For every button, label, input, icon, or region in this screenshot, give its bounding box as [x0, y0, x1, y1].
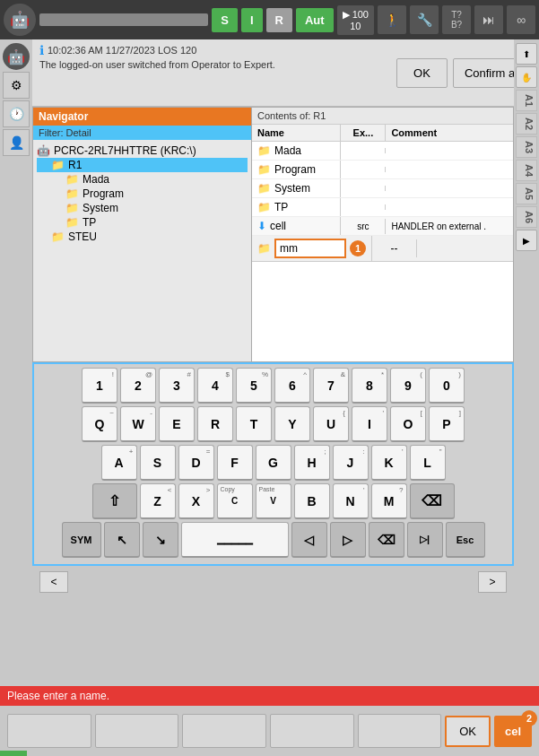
key-space[interactable]: ▁▁▁▁▁ [181, 522, 289, 558]
tree-item-steu[interactable]: 📁 STEU [37, 230, 248, 244]
tool-icon-btn[interactable]: 🔧 [410, 5, 439, 34]
key-row-zxcv: ⇧ <Z >X CopyC PasteV B 'N ?M ⌫ [38, 483, 509, 519]
cell-name-system[interactable]: 📁 System [252, 179, 341, 197]
sidebar-label-a1[interactable]: A1 [516, 90, 537, 111]
key-x[interactable]: >X [178, 483, 214, 519]
tree-item-program[interactable]: 📁 Program [37, 187, 248, 201]
left-user-icon[interactable]: 👤 [3, 129, 30, 156]
key-y[interactable]: Y [274, 406, 310, 442]
key-arrow-left[interactable]: ◁ [291, 522, 327, 558]
softkey-5[interactable] [358, 714, 442, 748]
key-w[interactable]: -W [120, 406, 156, 442]
btn-s[interactable]: S [212, 8, 238, 32]
key-n[interactable]: 'N [333, 483, 369, 519]
ok-button[interactable]: OK [396, 58, 448, 88]
key-t[interactable]: T [236, 406, 272, 442]
key-q[interactable]: ~Q [82, 406, 117, 442]
key-2[interactable]: @2 [120, 368, 156, 404]
table-row: 📁 System [252, 179, 513, 198]
cell-name-tp[interactable]: 📁 TP [252, 198, 341, 216]
key-arrow-dr[interactable]: ↘ [143, 522, 178, 558]
tree-item-mada[interactable]: 📁 Mada [37, 172, 248, 187]
softkey-3[interactable] [182, 714, 266, 748]
key-r[interactable]: R [197, 406, 233, 442]
right-nav-btn[interactable]: ⬆ [516, 43, 537, 65]
softkey-4[interactable] [270, 714, 354, 748]
key-3[interactable]: #3 [159, 368, 195, 404]
key-9[interactable]: (9 [390, 368, 426, 404]
key-arrow-ul[interactable]: ↖ [104, 522, 140, 558]
key-f[interactable]: F [217, 445, 253, 481]
table-row: 📁 Program [252, 161, 513, 179]
key-sym[interactable]: SYM [62, 522, 101, 558]
key-i[interactable]: 'I [352, 406, 387, 442]
key-m[interactable]: ?M [371, 483, 407, 519]
key-end[interactable]: ▷| [407, 522, 443, 558]
key-h[interactable]: ;H [294, 445, 330, 481]
skip-icon-btn[interactable]: ⏭ [474, 5, 503, 34]
scroll-left-btn[interactable]: < [39, 571, 68, 593]
key-1[interactable]: !1 [82, 368, 117, 404]
key-u[interactable]: {U [313, 406, 349, 442]
key-5[interactable]: %5 [236, 368, 272, 404]
sidebar-label-a4[interactable]: A4 [516, 160, 537, 181]
tree-root[interactable]: 🤖 PCRC-2RL7HHTTRE (KRC:\) [37, 143, 248, 158]
btn-r[interactable]: R [266, 8, 292, 32]
folder-icon-r1: 📁 [51, 159, 65, 171]
col-name-header: Name [252, 125, 341, 141]
key-esc[interactable]: Esc [446, 522, 485, 558]
btn-aut[interactable]: Aut [296, 8, 334, 32]
key-0[interactable]: )0 [429, 368, 465, 404]
infinity-icon-btn[interactable]: ∞ [507, 5, 535, 34]
key-shift[interactable]: ⇧ [92, 483, 137, 519]
key-l[interactable]: "L [410, 445, 446, 481]
left-clock-icon[interactable]: 🕐 [3, 100, 30, 127]
scroll-right-btn[interactable]: > [478, 571, 507, 593]
tree-item-system[interactable]: 📁 System [37, 201, 248, 215]
sidebar-label-a6[interactable]: A6 [516, 206, 537, 228]
key-d[interactable]: =D [178, 445, 214, 481]
right-arrow-btn[interactable]: ▶ [516, 230, 537, 251]
key-4[interactable]: $4 [197, 368, 233, 404]
name-input[interactable] [274, 239, 346, 258]
key-j[interactable]: :J [333, 445, 369, 481]
key-7[interactable]: &7 [313, 368, 349, 404]
btn-i[interactable]: I [241, 8, 263, 32]
key-a[interactable]: +A [101, 445, 137, 481]
key-v[interactable]: PasteV [256, 483, 291, 519]
right-sidebar: ⬆ ✋ A1 A2 A3 A4 A5 A6 ▶ [514, 39, 539, 255]
key-k[interactable]: 'K [371, 445, 407, 481]
key-del[interactable]: ⌫ [369, 522, 404, 558]
cell-name-mada[interactable]: 📁 Mada [252, 142, 341, 160]
key-g[interactable]: G [256, 445, 291, 481]
sidebar-label-a3[interactable]: A3 [516, 136, 537, 158]
key-b[interactable]: B [294, 483, 330, 519]
t-icon-btn[interactable]: T?B? [442, 5, 471, 34]
sidebar-label-a5[interactable]: A5 [516, 183, 537, 204]
sidebar-label-a2[interactable]: A2 [516, 113, 537, 135]
tree-area: 🤖 PCRC-2RL7HHTTRE (KRC:\) 📁 R1 📁 Mada 📁 … [33, 140, 251, 361]
robot-icon: 🤖 [4, 4, 36, 36]
key-6[interactable]: ^6 [274, 368, 310, 404]
key-backspace[interactable]: ⌫ [410, 483, 455, 519]
left-settings-icon[interactable]: ⚙ [3, 72, 30, 99]
walk-icon-btn[interactable]: 🚶 [378, 5, 406, 34]
tree-item-tp[interactable]: 📁 TP [37, 215, 248, 230]
softkey-1[interactable] [7, 714, 91, 748]
key-arrow-right[interactable]: ▷ [330, 522, 366, 558]
key-e[interactable]: E [159, 406, 195, 442]
tree-item-r1[interactable]: 📁 R1 [37, 158, 248, 172]
key-z[interactable]: <Z [140, 483, 176, 519]
ok-bottom-button[interactable]: OK [445, 716, 491, 747]
key-c[interactable]: CopyC [217, 483, 253, 519]
right-hand-btn[interactable]: ✋ [516, 66, 537, 88]
key-8[interactable]: *8 [352, 368, 387, 404]
softkey-2[interactable] [95, 714, 179, 748]
key-s[interactable]: S [140, 445, 176, 481]
left-robot-icon[interactable]: 🤖 [3, 43, 30, 70]
cell-name-program[interactable]: 📁 Program [252, 161, 341, 178]
cell-name-cell[interactable]: ⬇ cell [252, 217, 341, 235]
key-o[interactable]: [O [390, 406, 426, 442]
tree-label-program: Program [83, 187, 124, 200]
key-p[interactable]: ]P [429, 406, 465, 442]
